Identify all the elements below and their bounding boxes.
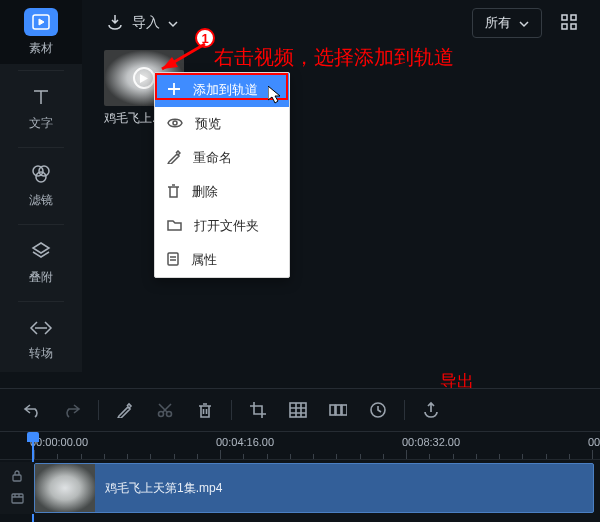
sidebar-item-label: 素材: [29, 40, 53, 57]
svg-rect-21: [330, 405, 335, 415]
context-menu: 添加到轨道 预览 重命名 删除 打开文件夹 属性: [154, 72, 290, 278]
ctx-label: 重命名: [193, 149, 232, 167]
duration-button[interactable]: [358, 392, 398, 428]
sidebar-item-filter[interactable]: 滤镜: [0, 154, 82, 218]
topbar: 导入 所有: [82, 0, 600, 46]
tick: [592, 450, 593, 459]
subtick: [383, 454, 384, 459]
sidebar-item-transition[interactable]: 转场: [0, 308, 82, 372]
timeline-clip[interactable]: 鸡毛飞上天第1集.mp4: [34, 463, 594, 513]
subtick: [197, 454, 198, 459]
timeline-toolbar: [0, 388, 600, 432]
ctx-open-folder[interactable]: 打开文件夹: [155, 209, 289, 243]
sidebar-item-media[interactable]: 素材: [0, 0, 82, 64]
subtick: [81, 454, 82, 459]
subtick: [476, 454, 477, 459]
export-button[interactable]: [411, 392, 451, 428]
ctx-label: 添加到轨道: [193, 81, 258, 99]
subtick: [127, 454, 128, 459]
grid-icon: [561, 14, 577, 33]
svg-rect-20: [290, 403, 306, 417]
subtick: [499, 454, 500, 459]
subtick: [336, 454, 337, 459]
timeline-ruler[interactable]: 00:00:00.0000:04:16.0000:08:32.0000:12:4…: [0, 432, 600, 460]
svg-marker-5: [33, 243, 49, 253]
divider: [404, 400, 405, 420]
text-icon: [30, 86, 52, 111]
subtick: [313, 454, 314, 459]
import-button[interactable]: 导入: [96, 7, 188, 40]
svg-marker-10: [140, 74, 148, 83]
redo-button[interactable]: [52, 392, 92, 428]
overlay-icon: [30, 240, 52, 265]
clip-label: 鸡毛飞上天第1集.mp4: [95, 480, 222, 497]
trash-icon: [167, 184, 180, 201]
ctx-preview[interactable]: 预览: [155, 107, 289, 141]
svg-rect-6: [562, 15, 567, 20]
ctx-delete[interactable]: 删除: [155, 175, 289, 209]
subtick: [569, 454, 570, 459]
filter-dropdown[interactable]: 所有: [472, 8, 542, 38]
svg-rect-9: [571, 24, 576, 29]
svg-rect-12: [168, 253, 178, 265]
import-label: 导入: [132, 14, 160, 32]
play-icon: [133, 67, 155, 89]
tick: [34, 450, 35, 459]
ctx-properties[interactable]: 属性: [155, 243, 289, 277]
ctx-add-to-track[interactable]: 添加到轨道: [155, 73, 289, 107]
folder-icon: [167, 219, 182, 234]
subtick: [243, 454, 244, 459]
import-icon: [106, 13, 124, 34]
lock-icon: [11, 468, 23, 486]
undo-button[interactable]: [12, 392, 52, 428]
track-head[interactable]: [0, 462, 34, 514]
tick-label: 00:04:16.00: [216, 436, 274, 448]
ctx-label: 属性: [191, 251, 217, 269]
svg-point-3: [39, 166, 49, 176]
ctx-label: 预览: [195, 115, 221, 133]
subtick: [150, 454, 151, 459]
divider: [18, 147, 64, 148]
svg-point-18: [159, 412, 164, 417]
delete-button[interactable]: [185, 392, 225, 428]
freeze-button[interactable]: [318, 392, 358, 428]
clip-thumbnail: [35, 464, 95, 512]
svg-point-4: [36, 172, 46, 182]
sidebar-item-label: 文字: [29, 115, 53, 132]
subtick: [174, 454, 175, 459]
subtick: [429, 454, 430, 459]
chevron-down-icon: [168, 15, 178, 31]
subtick: [546, 454, 547, 459]
edit-button[interactable]: [105, 392, 145, 428]
transition-icon: [29, 318, 53, 341]
mosaic-button[interactable]: [278, 392, 318, 428]
sidebar-item-overlay[interactable]: 叠附: [0, 231, 82, 295]
subtick: [290, 454, 291, 459]
chevron-down-icon: [519, 16, 529, 31]
svg-rect-23: [342, 405, 347, 415]
view-mode-button[interactable]: [552, 8, 586, 38]
subtick: [57, 454, 58, 459]
ctx-label: 删除: [192, 183, 218, 201]
svg-rect-8: [562, 24, 567, 29]
ctx-rename[interactable]: 重命名: [155, 141, 289, 175]
sidebar: 素材 文字 滤镜 叠附 转场: [0, 0, 82, 372]
timeline: 00:00:00.0000:04:16.0000:08:32.0000:12:4…: [0, 432, 600, 522]
subtick: [104, 454, 105, 459]
sidebar-item-text[interactable]: 文字: [0, 77, 82, 141]
svg-rect-7: [571, 15, 576, 20]
tick: [220, 450, 221, 459]
divider: [98, 400, 99, 420]
svg-point-19: [167, 412, 172, 417]
video-icon: [11, 490, 24, 508]
cut-button[interactable]: [145, 392, 185, 428]
subtick: [360, 454, 361, 459]
media-icon: [24, 8, 58, 36]
plus-icon: [167, 82, 181, 99]
subtick: [522, 454, 523, 459]
edit-icon: [167, 150, 181, 167]
svg-rect-22: [336, 405, 341, 415]
tick-label: 00:12:48.00: [588, 436, 600, 448]
crop-button[interactable]: [238, 392, 278, 428]
svg-point-11: [173, 121, 177, 125]
